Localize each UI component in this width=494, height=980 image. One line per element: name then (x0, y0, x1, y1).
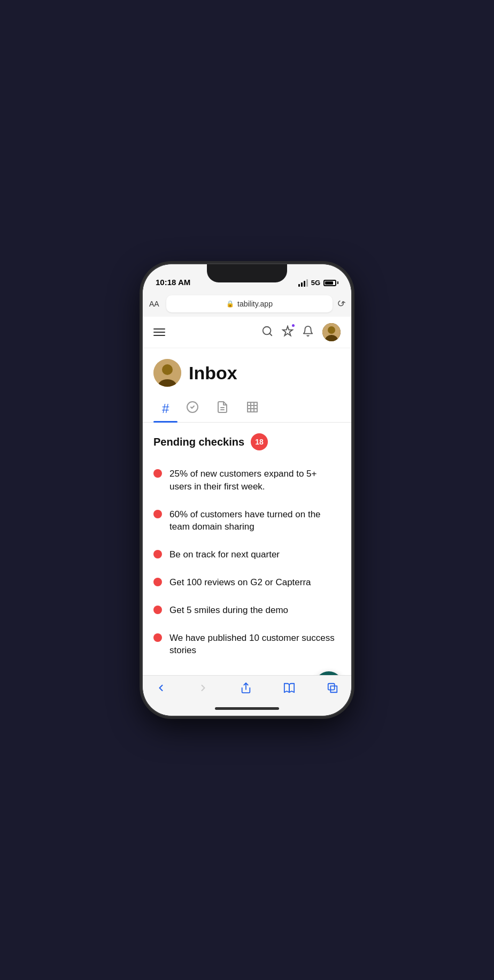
user-avatar-header[interactable] (322, 323, 341, 341)
app-header (143, 317, 351, 348)
battery-icon (323, 280, 338, 286)
browser-bar: AA 🔒 tability.app ↺ (143, 291, 351, 317)
section-title: Pending checkins (153, 436, 244, 448)
checkin-text: 60% of customers have turned on the team… (169, 508, 341, 534)
menu-line-1 (153, 328, 165, 330)
checkin-text: 25% of new customers expand to 5+ users … (169, 468, 341, 493)
phone-screen: 10:18 AM 5G (143, 264, 351, 716)
forward-button[interactable] (194, 680, 213, 698)
checkin-item-2[interactable]: 60% of customers have turned on the team… (153, 502, 341, 540)
browser-aa-button[interactable]: AA (149, 300, 162, 308)
browser-url-text: tability.app (237, 300, 273, 308)
pending-count-badge: 18 (251, 433, 268, 450)
search-button[interactable] (261, 325, 273, 340)
checkin-text: Be on track for next quarter (169, 548, 280, 561)
tab-mentions[interactable]: # (153, 395, 177, 422)
page-title: Inbox (189, 363, 237, 384)
back-button[interactable] (151, 680, 171, 698)
tab-documents[interactable] (207, 395, 237, 422)
checkin-dot (153, 606, 162, 614)
svg-point-3 (328, 326, 335, 334)
checkin-item-3[interactable]: Be on track for next quarter (153, 542, 341, 568)
checkin-dot (153, 469, 162, 478)
home-bar (215, 707, 279, 710)
checkin-item-1[interactable]: 25% of new customers expand to 5+ users … (153, 461, 341, 500)
lock-icon: 🔒 (226, 300, 234, 308)
network-type: 5G (311, 279, 320, 287)
mentions-icon: # (162, 401, 169, 416)
main-content: Pending checkins 18 25% of new customers… (143, 423, 351, 672)
ai-notification-dot (291, 323, 296, 328)
browser-url-box[interactable]: 🔒 tability.app (166, 295, 333, 312)
tab-checkins[interactable] (177, 395, 207, 422)
menu-line-3 (153, 335, 165, 336)
page-title-area: Inbox (143, 348, 351, 387)
svg-point-6 (162, 364, 173, 375)
tabs-button[interactable] (322, 680, 343, 699)
home-indicator (143, 701, 351, 716)
phone-frame: 10:18 AM 5G (143, 264, 351, 716)
share-button[interactable] (236, 680, 256, 699)
checkin-text: Get 5 smiles during the demo (169, 604, 288, 617)
checkin-item-6[interactable]: We have published 10 customer success st… (153, 625, 341, 662)
status-icons: 5G (298, 279, 338, 287)
browser-bottom-bar (143, 675, 351, 701)
checkin-dot (153, 633, 162, 642)
bookmarks-button[interactable] (279, 680, 299, 699)
tab-bar: # (143, 395, 351, 423)
phone-notch (207, 264, 287, 282)
menu-button[interactable] (153, 328, 165, 336)
checkin-list: 25% of new customers expand to 5+ users … (153, 461, 341, 662)
checkin-item-4[interactable]: Get 100 reviews on G2 or Capterra (153, 570, 341, 595)
help-fab-button[interactable]: ? (315, 671, 343, 675)
checkin-dot (153, 550, 162, 558)
ai-features-button[interactable] (282, 325, 294, 340)
checkins-icon (186, 401, 199, 417)
documents-icon (216, 401, 229, 417)
status-time: 10:18 AM (156, 278, 190, 287)
signal-icon (298, 279, 308, 287)
notifications-button[interactable] (302, 325, 314, 340)
header-actions (261, 323, 341, 341)
user-avatar-large (153, 359, 181, 387)
menu-line-2 (153, 332, 165, 333)
checkin-text: We have published 10 customer success st… (169, 632, 341, 657)
svg-rect-18 (328, 684, 335, 690)
activity-icon (246, 401, 259, 417)
checkin-text: Get 100 reviews on G2 or Capterra (169, 576, 311, 589)
section-header: Pending checkins 18 (153, 433, 341, 450)
checkin-dot (153, 578, 162, 586)
app-content: Inbox # (143, 317, 351, 675)
checkin-dot (153, 510, 162, 518)
tab-activity[interactable] (237, 395, 267, 422)
svg-line-1 (269, 333, 272, 335)
refresh-button[interactable]: ↺ (335, 297, 348, 311)
checkin-item-5[interactable]: Get 5 smiles during the demo (153, 598, 341, 623)
